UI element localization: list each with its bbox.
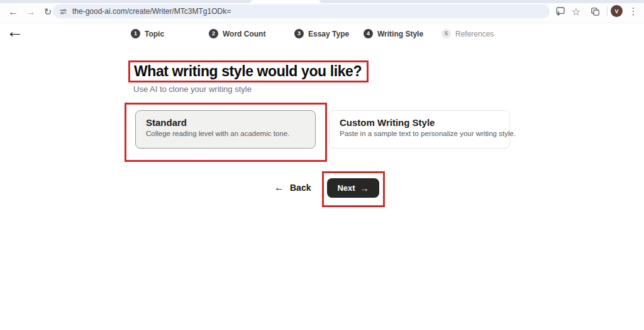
step-label: Writing Style [377, 30, 423, 38]
page-back-button[interactable]: ← [6, 23, 24, 41]
next-button[interactable]: Next → [327, 178, 379, 198]
stepper-step-word-count[interactable]: 2 Word Count [209, 29, 265, 38]
bookmark-star-icon[interactable]: ☆ [570, 5, 582, 18]
site-settings-icon[interactable] [59, 8, 67, 16]
page-title: What writing style would you like? [134, 63, 362, 79]
toolbar-divider [0, 23, 644, 23]
back-button-label: Back [290, 183, 311, 193]
back-arrow-icon: ← [274, 182, 284, 193]
step-label: Topic [145, 30, 164, 38]
step-number-badge: 3 [294, 29, 304, 38]
profile-avatar[interactable]: V [611, 5, 623, 17]
address-bar[interactable]: the-good-ai.com/create/Writer/MTc3MTg1OD… [53, 4, 550, 18]
stepper-step-essay-type[interactable]: 3 Essay Type [294, 29, 349, 38]
toolbar-separator [607, 6, 608, 16]
step-label: References [455, 30, 494, 38]
writing-style-option-standard[interactable]: Standard College reading level with an a… [135, 110, 316, 149]
extensions-icon[interactable] [589, 5, 601, 18]
stepper-step-topic[interactable]: 1 Topic [131, 29, 164, 38]
stepper-step-references: 5 References [441, 29, 494, 38]
browser-toolbar: ← → ↻ the-good-ai.com/create/Writer/MTc3… [0, 0, 644, 23]
next-arrow-icon: → [360, 183, 369, 193]
url-text: the-good-ai.com/create/Writer/MTc3MTg1OD… [72, 7, 231, 16]
step-number-badge: 5 [441, 29, 451, 38]
writing-style-option-custom[interactable]: Custom Writing Style Paste in a sample t… [329, 110, 510, 149]
active-tab-bottom [250, 0, 321, 3]
browser-window: ← → ↻ the-good-ai.com/create/Writer/MTc3… [0, 0, 644, 330]
step-label: Essay Type [308, 30, 349, 38]
tab-strip [0, 0, 644, 3]
step-number-badge: 1 [131, 29, 140, 38]
next-button-label: Next [337, 183, 355, 193]
send-to-devices-icon[interactable] [554, 5, 567, 18]
card-description: College reading level with an academic t… [146, 130, 305, 137]
browser-forward-icon[interactable]: → [23, 3, 39, 21]
stepper-step-writing-style[interactable]: 4 Writing Style [364, 29, 423, 38]
page-subtitle: Use AI to clone your writing style [133, 84, 252, 94]
browser-menu-icon[interactable]: ⋮ [627, 5, 640, 18]
step-number-badge: 4 [364, 29, 373, 38]
card-title: Custom Writing Style [340, 117, 499, 128]
card-description: Paste in a sample text to personalize yo… [340, 130, 499, 137]
step-label: Word Count [223, 30, 265, 38]
card-title: Standard [146, 117, 305, 128]
browser-back-icon[interactable]: ← [5, 3, 21, 21]
annotation-box-title: What writing style would you like? [128, 60, 369, 82]
step-number-badge: 2 [209, 29, 218, 38]
back-button[interactable]: ← Back [274, 182, 311, 193]
